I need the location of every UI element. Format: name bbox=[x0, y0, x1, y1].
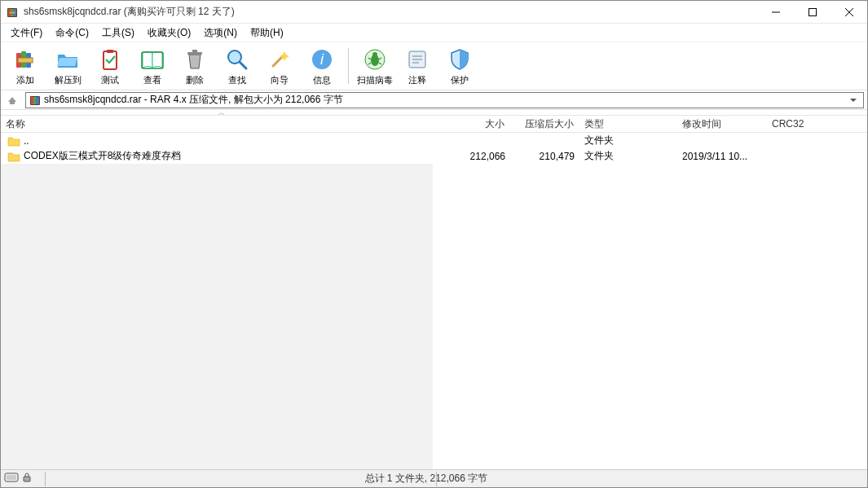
info-button[interactable]: i 信息 bbox=[301, 43, 343, 89]
col-name[interactable]: 名称 bbox=[1, 116, 453, 132]
svg-rect-16 bbox=[187, 52, 202, 55]
folder-up-icon bbox=[7, 135, 20, 147]
svg-rect-40 bbox=[24, 477, 30, 481]
list-item[interactable]: CODEX版三模式开8级传奇难度存档 212,066 210,479 文件夹 2… bbox=[1, 148, 867, 164]
item-type: 文件夹 bbox=[579, 149, 677, 163]
title-text: shs6smsk8jcqndcd.rar (离购买许可只剩 12 天了) bbox=[24, 5, 757, 19]
wand-icon bbox=[267, 46, 293, 73]
comment-button[interactable]: 注释 bbox=[396, 43, 438, 89]
titlebar[interactable]: shs6smsk8jcqndcd.rar (离购买许可只剩 12 天了) bbox=[1, 1, 867, 24]
column-resize-grip[interactable]: ︿ bbox=[216, 110, 226, 115]
status-text: 总计 1 文件夹, 212,066 字节 bbox=[365, 472, 488, 486]
svg-rect-39 bbox=[7, 475, 16, 480]
svg-rect-17 bbox=[192, 50, 197, 52]
close-icon bbox=[845, 8, 853, 16]
address-bar-row: shs6smsk8jcqndcd.rar - RAR 4.x 压缩文件, 解包大… bbox=[1, 90, 867, 110]
item-name: .. bbox=[24, 135, 29, 147]
file-list[interactable]: .. 文件夹 CODEX版三模式开8级传奇难度存档 212,066 210,47… bbox=[1, 133, 867, 469]
disk-icon[interactable] bbox=[4, 473, 19, 485]
delete-button[interactable]: 删除 bbox=[174, 43, 216, 89]
col-date[interactable]: 修改时间 bbox=[677, 116, 767, 132]
book-open-icon bbox=[139, 46, 165, 73]
bug-icon bbox=[362, 46, 388, 73]
add-button[interactable]: 添加 bbox=[4, 43, 46, 89]
up-button[interactable] bbox=[4, 92, 20, 108]
up-arrow-icon bbox=[7, 95, 17, 105]
menu-command[interactable]: 命令(C) bbox=[49, 24, 95, 42]
list-item[interactable]: .. 文件夹 bbox=[1, 133, 867, 148]
minimize-icon bbox=[772, 8, 780, 16]
protect-button[interactable]: 保护 bbox=[438, 43, 481, 89]
resize-handle-row: ︿ bbox=[1, 110, 867, 115]
lock-icon[interactable] bbox=[22, 473, 32, 485]
info-icon: i bbox=[309, 46, 335, 73]
item-type: 文件夹 bbox=[579, 134, 677, 147]
menu-tools[interactable]: 工具(S) bbox=[95, 24, 141, 42]
maximize-button[interactable] bbox=[794, 1, 831, 23]
svg-rect-4 bbox=[9, 11, 15, 14]
app-window: shs6smsk8jcqndcd.rar (离购买许可只剩 12 天了) 文件(… bbox=[0, 0, 868, 488]
col-size[interactable]: 大小 bbox=[453, 116, 510, 132]
view-button[interactable]: 查看 bbox=[131, 43, 174, 89]
trash-icon bbox=[182, 46, 208, 73]
menu-options[interactable]: 选项(N) bbox=[197, 24, 244, 42]
svg-rect-14 bbox=[107, 50, 113, 53]
svg-rect-36 bbox=[33, 97, 36, 104]
scan-button[interactable]: 扫描病毒 bbox=[354, 43, 396, 89]
maximize-icon bbox=[809, 8, 817, 16]
find-button[interactable]: 查找 bbox=[216, 43, 258, 89]
svg-rect-6 bbox=[809, 8, 816, 15]
item-date: 2019/3/11 10... bbox=[677, 151, 767, 162]
col-packed[interactable]: 压缩后大小 bbox=[510, 116, 579, 132]
clipboard-check-icon bbox=[97, 46, 123, 73]
status-icons bbox=[1, 473, 42, 485]
minimize-button[interactable] bbox=[757, 1, 794, 23]
wizard-button[interactable]: 向导 bbox=[258, 43, 301, 89]
menu-help[interactable]: 帮助(H) bbox=[244, 24, 290, 42]
app-icon bbox=[6, 6, 19, 19]
window-buttons bbox=[757, 1, 867, 23]
menubar: 文件(F) 命令(C) 工具(S) 收藏夹(O) 选项(N) 帮助(H) bbox=[1, 24, 867, 42]
close-button[interactable] bbox=[831, 1, 867, 23]
dropdown-icon[interactable] bbox=[847, 95, 860, 106]
item-packed: 210,479 bbox=[510, 151, 579, 162]
folder-icon bbox=[7, 151, 20, 162]
archive-icon bbox=[29, 95, 41, 106]
folder-open-icon bbox=[55, 46, 81, 73]
col-crc[interactable]: CRC32 bbox=[767, 116, 867, 132]
svg-rect-12 bbox=[18, 58, 33, 63]
note-icon bbox=[404, 46, 430, 73]
item-name: CODEX版三模式开8级传奇难度存档 bbox=[24, 149, 181, 163]
address-text: shs6smsk8jcqndcd.rar - RAR 4.x 压缩文件, 解包大… bbox=[44, 93, 847, 107]
menu-file[interactable]: 文件(F) bbox=[4, 24, 49, 42]
books-icon bbox=[12, 46, 38, 73]
menu-fav[interactable]: 收藏夹(O) bbox=[141, 24, 197, 42]
test-button[interactable]: 测试 bbox=[89, 43, 131, 89]
search-icon bbox=[224, 46, 250, 73]
address-combo[interactable]: shs6smsk8jcqndcd.rar - RAR 4.x 压缩文件, 解包大… bbox=[25, 92, 864, 108]
status-bar: 总计 1 文件夹, 212,066 字节 bbox=[1, 469, 867, 487]
svg-point-25 bbox=[372, 52, 377, 57]
svg-rect-35 bbox=[31, 97, 33, 104]
shield-icon bbox=[447, 46, 473, 73]
column-headers: 名称 大小 压缩后大小 类型 修改时间 CRC32 bbox=[1, 115, 867, 133]
toolbar-separator bbox=[348, 48, 349, 84]
col-type[interactable]: 类型 bbox=[579, 116, 677, 132]
svg-rect-13 bbox=[104, 51, 117, 69]
extract-button[interactable]: 解压到 bbox=[46, 43, 89, 89]
item-size: 212,066 bbox=[453, 151, 510, 162]
toolbar: 添加 解压到 测试 查看 删除 查找 向导 i 信息 bbox=[1, 42, 867, 90]
svg-rect-37 bbox=[36, 97, 39, 104]
svg-line-19 bbox=[240, 62, 246, 68]
